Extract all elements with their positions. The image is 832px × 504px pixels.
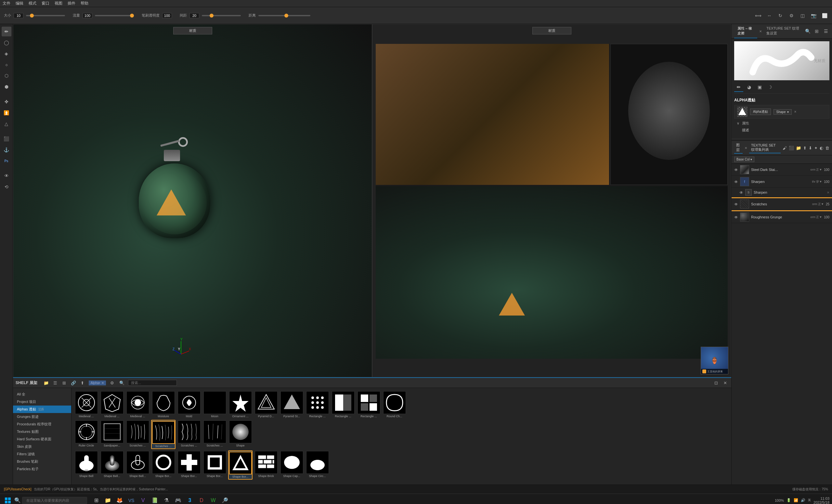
list-item[interactable]: Shape Brick [254, 450, 278, 480]
flip-icon[interactable]: ↔ [766, 12, 773, 19]
mini-preview[interactable]: 🏺 王某柏的屏幕 [701, 347, 728, 374]
flow-slider[interactable] [95, 15, 134, 16]
layers-move-up-icon[interactable]: ⬆ [803, 145, 807, 151]
menu-edit[interactable]: 编辑 [16, 1, 23, 6]
shelf-cat-project[interactable]: Project 项目 [13, 398, 71, 405]
tab-properties-close[interactable]: ✕ [759, 30, 762, 33]
clone-tool[interactable]: ⟐ [2, 60, 11, 70]
layers-add-fill-icon[interactable]: ⬛ [789, 145, 794, 151]
shelf-cat-grunges[interactable]: Grunges 脏迹 [13, 413, 71, 421]
taskbar-app-game[interactable]: 🎮 [173, 495, 183, 504]
ps-plugin[interactable]: Ps [2, 156, 11, 166]
shelf-cat-hard-surfaces[interactable]: Hard Surfaces 硬表面 [13, 435, 71, 443]
list-item[interactable]: Scratches ... [203, 420, 227, 449]
prop-brush-icon[interactable]: ✏ [734, 83, 743, 92]
shelf-cat-alphas[interactable]: Alphas 透贴 116 [13, 405, 71, 413]
layers-mask-icon[interactable]: ◐ [820, 145, 823, 151]
list-item[interactable]: Rectangle ... [357, 391, 381, 419]
distance-slider[interactable] [258, 15, 310, 16]
base-col-dropdown[interactable]: Base Col ▾ [734, 157, 754, 162]
list-item[interactable]: Shape Bell... [100, 450, 124, 480]
shelf-close-icon[interactable]: ✕ [722, 379, 729, 387]
shelf-link-icon[interactable]: 🔗 [70, 379, 77, 387]
spacing-value[interactable]: 20 [189, 13, 199, 18]
viewport-right-dropdown[interactable]: 材质 [532, 27, 571, 34]
smear-tool[interactable]: ⬡ [2, 71, 11, 81]
fill-tool[interactable]: ⏫ [2, 108, 11, 117]
taskbar-app-firefox[interactable]: 🦊 [114, 495, 125, 504]
eraser-tool[interactable]: ◯ [2, 38, 11, 48]
shape-dropdown[interactable]: Shape ▾ [774, 109, 792, 115]
shelf-cat-skin[interactable]: Skin 皮肤 [13, 443, 71, 450]
shelf-cat-textures[interactable]: Textures 贴图 [13, 428, 71, 435]
shelf-list-icon[interactable]: ☰ [52, 379, 59, 387]
settings-icon[interactable]: ⚙ [788, 12, 795, 19]
layer-visibility-3[interactable] [739, 190, 743, 195]
cortana-icon[interactable]: 🔍 [14, 497, 21, 503]
viewport-2d[interactable]: 材质 V [372, 24, 731, 377]
spacing-slider[interactable] [202, 15, 241, 16]
list-item[interactable]: Shape Bell... [126, 450, 150, 480]
layer-visibility-5[interactable] [734, 215, 738, 220]
layer-close-3[interactable]: ✕ [827, 191, 829, 194]
prop-sphere-icon[interactable]: ◕ [745, 83, 754, 92]
list-item[interactable]: Shape Bor... [177, 450, 201, 480]
list-item[interactable]: Sandpaper... [100, 420, 124, 449]
list-item[interactable]: Scratches ... [126, 420, 150, 449]
menu-help[interactable]: 帮助 [81, 1, 88, 6]
filter-tag-close[interactable]: ✕ [101, 381, 104, 385]
tab-texture-set[interactable]: TEXTURE SET 纹理集设置 [763, 24, 803, 38]
list-item[interactable]: Rectangle ... [305, 391, 330, 419]
layer-mode-2[interactable]: thr 穿▼ [812, 180, 822, 184]
menu-plugin[interactable]: 插件 [68, 1, 75, 6]
layer-visibility-1[interactable] [734, 167, 738, 172]
taskbar-app-v[interactable]: V [138, 495, 148, 504]
taskbar-app-vs[interactable]: VS [126, 495, 136, 504]
list-item[interactable]: Mold [177, 391, 201, 419]
opacity-value[interactable]: 100 [162, 13, 172, 18]
symmetry-icon[interactable]: ⟺ [755, 12, 762, 19]
list-item[interactable]: Moisture [151, 391, 176, 419]
shelf-cat-procedurals[interactable]: Procedurals 程序纹理 [13, 421, 71, 428]
prop-moon-icon[interactable]: ☽ [765, 83, 775, 92]
layer-mode-5[interactable]: orm 正▼ [810, 215, 822, 219]
shelf-folder-icon[interactable]: 📁 [43, 379, 50, 387]
layer-mode-4[interactable]: orm 正▼ [812, 202, 824, 206]
layer-visibility-2[interactable] [734, 179, 738, 184]
shelf-import-icon[interactable]: ⬆ [79, 379, 86, 387]
filter-icon[interactable]: ⚙ [108, 379, 116, 387]
layers-effects-icon[interactable]: ✦ [814, 145, 818, 151]
menu-file[interactable]: 文件 [3, 1, 10, 6]
layer-mode-1[interactable]: orm 正▼ [810, 168, 822, 172]
list-item[interactable]: Scratches ... [151, 420, 176, 449]
paint-tool[interactable]: ✏ [2, 27, 11, 36]
shelf-cat-filters[interactable]: Filters 滤镜 [13, 450, 71, 458]
shelf-collapse-icon[interactable]: ⊡ [712, 379, 720, 387]
transform-tool[interactable]: ⟲ [2, 182, 11, 192]
shelf-cat-particles[interactable]: Particles 粒子 [13, 465, 71, 473]
list-item[interactable]: Ornament ... [228, 391, 253, 419]
taskbar-app-view[interactable]: ⊞ [91, 495, 101, 504]
layers-delete-icon[interactable]: 🗑 [825, 145, 829, 151]
list-item[interactable]: Shape Bell [74, 450, 99, 480]
list-item[interactable]: Moon [203, 391, 227, 419]
filter-tag[interactable]: Alpha• ✕ [89, 380, 106, 386]
prop-square-icon[interactable]: ▣ [755, 83, 764, 92]
taskbar-app-file[interactable]: 📁 [103, 495, 113, 504]
list-item[interactable]: Medieval ... [100, 391, 124, 419]
layers-tab-close[interactable]: ✕ [745, 146, 747, 150]
layers-add-folder-icon[interactable]: 📁 [796, 145, 801, 151]
taskbar-app-w[interactable]: W [208, 495, 218, 504]
panel-list-icon[interactable]: ☰ [822, 28, 829, 35]
taskbar-search-input[interactable] [22, 497, 87, 504]
taskbar-app-sp[interactable]: ⚗ [161, 495, 172, 504]
list-item[interactable]: Medieval ... [74, 391, 99, 419]
list-item[interactable]: Medieval ... [126, 391, 150, 419]
list-item[interactable]: Rectangle ... [331, 391, 355, 419]
alpha-dropdown[interactable]: Alpha透贴 [750, 109, 771, 115]
list-item[interactable]: Shape Bor... [228, 450, 253, 480]
shelf-search-input[interactable] [128, 380, 177, 386]
list-item[interactable]: Shape [228, 420, 253, 449]
list-item[interactable]: Pyramid St... [280, 391, 304, 419]
viewport-left-dropdown[interactable]: 材质 [173, 27, 212, 34]
